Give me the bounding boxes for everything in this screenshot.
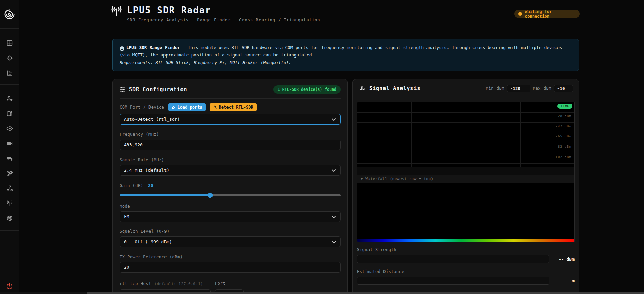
- db-scale-label: -83 dBm: [555, 145, 571, 148]
- sidebar-item-analytics[interactable]: [0, 65, 19, 80]
- frequency-label: Frequency (MHz): [120, 132, 341, 137]
- estimated-distance-label: Estimated Distance: [357, 269, 575, 274]
- chat-bubbles-icon: [6, 155, 13, 162]
- sidebar-divider: [0, 230, 19, 231]
- sample-rate-label: Sample Rate (MHz): [120, 158, 341, 162]
- sidebar-item-target[interactable]: [0, 50, 19, 65]
- video-camera-icon: [6, 140, 13, 147]
- info-body: – This module uses RTL-SDR hardware via …: [120, 45, 562, 58]
- port-label: Port: [215, 281, 244, 286]
- gain-label: Gain (dB): [120, 183, 143, 188]
- panel-title: SDR Configuration: [129, 86, 187, 93]
- sidebar-item-chat[interactable]: [0, 151, 19, 166]
- network-icon: [6, 185, 13, 192]
- signal-strength-label: Signal Strength: [357, 247, 575, 252]
- frequency-axis: –– –– ––: [357, 167, 574, 175]
- refresh-icon: [172, 105, 175, 109]
- chevron-down-icon: [332, 241, 336, 244]
- db-scale-label: -102 dBm: [553, 155, 571, 159]
- gain-slider-fill: [120, 194, 210, 196]
- com-port-label: COM Port / Device: [120, 105, 164, 110]
- chevron-down-icon: [332, 169, 336, 172]
- app-root: LPU5 SDR Radar SDR Frequency Analysis · …: [0, 0, 644, 294]
- connection-status-badge: Waiting for connection: [514, 10, 580, 18]
- sidebar-item-web[interactable]: [0, 211, 19, 226]
- magnifier-icon: [213, 105, 217, 109]
- spectrum-plot: -10 dBm -28 dBm -47 dBm -65 dBm -83 dBm …: [357, 102, 574, 167]
- db-scale-label: -65 dBm: [555, 134, 571, 138]
- sidebar-item-tools[interactable]: [0, 166, 19, 181]
- map-pin-icon: [6, 110, 13, 117]
- sliders-icon: [120, 86, 126, 93]
- db-scale-label: -28 dBm: [555, 114, 571, 118]
- waterfall-color-scale: [357, 239, 574, 242]
- frequency-input[interactable]: [120, 140, 341, 150]
- info-box: iLPU5 SDR Range Finder – This module use…: [112, 39, 579, 71]
- status-text: Waiting for connection: [525, 9, 576, 19]
- db-scale-label: -47 dBm: [555, 124, 571, 128]
- antenna-icon: [6, 200, 13, 207]
- sidebar-item-map[interactable]: [0, 106, 19, 121]
- sidebar-item-network[interactable]: [0, 181, 19, 196]
- chevron-down-icon: [332, 216, 336, 218]
- sample-rate-select[interactable]: 2.4 MHz (default): [120, 165, 341, 176]
- sidebar-item-watch[interactable]: [0, 121, 19, 136]
- gain-value: 20: [148, 183, 153, 188]
- device-select[interactable]: Auto-Detect (rtl_sdr): [120, 114, 341, 125]
- estimated-distance-bar: [357, 277, 549, 285]
- horizontal-scrollbar: [0, 292, 644, 294]
- chevron-down-icon: [332, 118, 336, 121]
- panel-title: Signal Analysis: [369, 85, 420, 92]
- squelch-select[interactable]: 0 – Off (-999 dBm): [120, 236, 341, 247]
- gain-slider[interactable]: [120, 194, 341, 196]
- waterfall-display: [357, 183, 574, 239]
- tools-icon: [6, 170, 13, 177]
- antenna-icon: [111, 5, 122, 17]
- tx-power-input[interactable]: [120, 262, 341, 273]
- signal-strength-bar: [357, 255, 549, 263]
- horizontal-scrollbar-thumb[interactable]: [87, 292, 644, 294]
- mode-label: Mode: [120, 204, 341, 209]
- user-shield-icon: [6, 95, 13, 102]
- sidebar-item-dashboard[interactable]: [0, 35, 19, 50]
- sidebar-item-sdr-radar[interactable]: [0, 196, 19, 211]
- tx-power-label: TX Power Reference (dBm): [120, 255, 341, 259]
- info-icon: i: [120, 46, 124, 51]
- sidebar: [0, 0, 19, 294]
- info-title: LPU5 SDR Range Finder: [126, 45, 180, 50]
- power-icon: [6, 283, 13, 290]
- detect-rtl-sdr-button[interactable]: Detect RTL-SDR: [210, 103, 257, 111]
- waterfall-header: ▼ Waterfall (newest row = top): [357, 175, 574, 183]
- sdr-configuration-panel: SDR Configuration 1 RTL-SDR device(s) fo…: [112, 79, 348, 294]
- page-subtitle: SDR Frequency Analysis · Range Finder · …: [127, 18, 320, 22]
- host-hint: (default: 127.0.0.1): [154, 282, 203, 286]
- status-dot-icon: [518, 12, 522, 16]
- max-dbm-input[interactable]: [554, 85, 573, 92]
- spectrum-display: -10 dBm -28 dBm -47 dBm -65 dBm -83 dBm …: [357, 102, 575, 242]
- live-badge: LIVE: [557, 104, 572, 109]
- gain-slider-thumb[interactable]: [208, 193, 213, 198]
- load-ports-button[interactable]: Load ports: [168, 103, 205, 111]
- signal-strength-value: -- dBm: [559, 257, 575, 262]
- globe-icon: [6, 215, 13, 222]
- eye-icon: [6, 125, 13, 132]
- bar-chart-icon: [6, 70, 13, 76]
- page-title: LPU5 SDR Radar: [127, 5, 320, 16]
- min-dbm-label: Min dBm: [486, 86, 504, 91]
- host-label: rtl_tcp Host: [120, 281, 151, 286]
- grid-icon: [6, 40, 13, 46]
- max-dbm-label: Max dBm: [533, 86, 551, 91]
- squelch-label: Squelch Level (0-9): [120, 229, 341, 234]
- signal-analysis-panel: Signal Analysis Min dBm Max dBm -10 dBm …: [352, 79, 579, 294]
- estimated-distance-value: -- m: [564, 278, 575, 283]
- app-logo-icon: [4, 9, 15, 20]
- device-found-badge: 1 RTL-SDR device(s) found: [273, 85, 341, 94]
- info-requirements: Requirements: RTL-SDR Stick, Raspberry P…: [120, 60, 291, 65]
- sidebar-item-user-security[interactable]: [0, 91, 19, 106]
- sidebar-divider: [0, 84, 19, 85]
- app-logo[interactable]: [0, 0, 19, 29]
- sidebar-item-camera[interactable]: [0, 136, 19, 151]
- min-dbm-input[interactable]: [507, 85, 530, 92]
- square-wave-icon: [360, 85, 366, 92]
- mode-select[interactable]: FM: [120, 211, 341, 222]
